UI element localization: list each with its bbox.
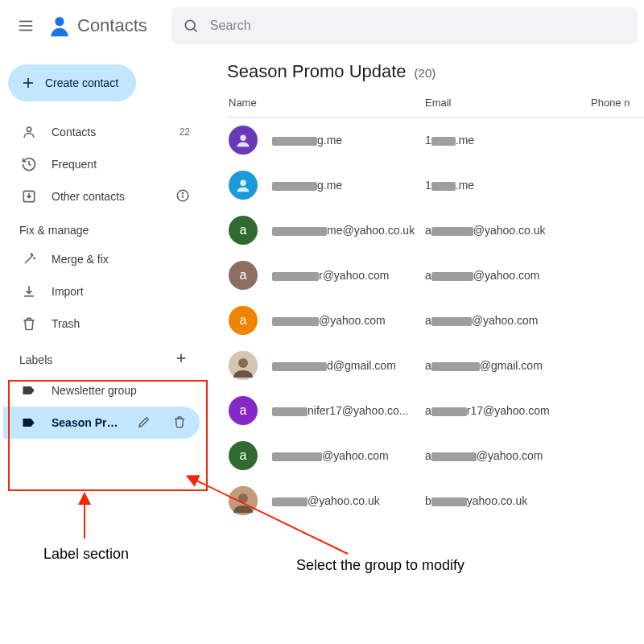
trash-icon — [21, 316, 37, 332]
cell-email: byahoo.co.uk — [425, 494, 591, 507]
app-title: Contacts — [77, 15, 147, 36]
create-contact-label: Create contact — [45, 76, 118, 89]
column-headers: Name Email Phone n — [227, 82, 644, 118]
labels-title: Labels — [19, 353, 52, 366]
svg-line-5 — [194, 29, 197, 32]
labels-header: Labels — [3, 340, 200, 374]
download-icon — [21, 283, 37, 299]
avatar: a — [229, 441, 258, 470]
add-label-button[interactable] — [174, 351, 188, 368]
cell-email: ar17@yahoo.com — [425, 404, 591, 417]
svg-line-14 — [25, 255, 33, 263]
nav-import-label: Import — [52, 285, 84, 298]
app-header: Contacts — [0, 0, 644, 52]
avatar: a — [229, 261, 258, 290]
cell-email: a@yahoo.co.uk — [425, 224, 591, 237]
svg-point-28 — [238, 493, 248, 503]
cell-email: a@yahoo.com — [425, 449, 591, 462]
label-text: Season Promo Update — [52, 416, 119, 429]
annotation-text-select: Select the group to modify — [296, 557, 464, 574]
nav-contacts-count: 22 — [180, 126, 190, 138]
trash-icon — [172, 415, 187, 429]
nav-trash-label: Trash — [52, 317, 80, 330]
cell-name: anifer17@yahoo.co... — [227, 396, 425, 425]
cell-name: g.me — [227, 126, 425, 155]
wand-icon — [21, 251, 37, 267]
cell-email: a@gmail.com — [425, 359, 591, 372]
archive-icon — [21, 188, 37, 204]
cell-name: @yahoo.co.uk — [227, 486, 425, 515]
cell-name: ame@yahoo.co.uk — [227, 216, 425, 245]
avatar: a — [229, 216, 258, 245]
avatar: a — [229, 396, 258, 425]
nav-merge-fix[interactable]: Merge & fix — [3, 243, 200, 275]
label-icon — [21, 382, 37, 398]
avatar: a — [229, 306, 258, 335]
search-input[interactable] — [210, 19, 626, 33]
nav-merge-label: Merge & fix — [52, 253, 109, 266]
table-row[interactable]: a@yahoo.coma@yahoo.com — [227, 433, 644, 478]
table-row[interactable]: a@yahoo.coma@yahoo.com — [227, 298, 644, 343]
table-row[interactable]: d@gmail.coma@gmail.com — [227, 343, 644, 388]
nav-contacts-label: Contacts — [52, 126, 96, 138]
sidebar: Create contact Contacts 22 Frequent Othe… — [0, 52, 206, 523]
annotation-text-labels: Label section — [43, 546, 129, 563]
avatar — [229, 351, 258, 380]
plus-icon — [21, 76, 35, 90]
nav-other-label: Other contacts — [52, 190, 125, 203]
nav-import[interactable]: Import — [3, 275, 200, 308]
cell-name: d@gmail.com — [227, 351, 425, 380]
info-icon[interactable] — [175, 188, 190, 205]
history-icon — [21, 156, 37, 172]
table-row[interactable]: anifer17@yahoo.co...ar17@yahoo.com — [227, 388, 644, 433]
nav-trash[interactable]: Trash — [3, 308, 200, 340]
nav-frequent-label: Frequent — [52, 158, 97, 171]
delete-label-button[interactable] — [169, 411, 190, 435]
cell-email: a@yahoo.com — [425, 269, 591, 282]
contacts-logo-icon — [47, 13, 72, 39]
hamburger-icon — [17, 17, 35, 35]
label-item-newsletter[interactable]: Newsletter group — [3, 374, 200, 407]
cell-email: 1.me — [425, 134, 591, 147]
table-row[interactable]: ame@yahoo.co.uka@yahoo.co.uk — [227, 208, 644, 253]
app-logo[interactable]: Contacts — [47, 13, 147, 39]
fix-manage-title: Fix & manage — [3, 213, 200, 243]
svg-point-8 — [27, 127, 31, 131]
svg-point-26 — [238, 358, 248, 368]
list-title: Season Promo Update — [227, 61, 407, 82]
nav-contacts[interactable]: Contacts 22 — [3, 116, 200, 148]
cell-name: a@yahoo.com — [227, 441, 425, 470]
table-row[interactable]: g.me1.me — [227, 163, 644, 208]
svg-point-13 — [182, 192, 183, 193]
avatar — [229, 171, 258, 200]
svg-point-3 — [55, 17, 64, 26]
col-phone: Phone n — [591, 97, 644, 109]
table-row[interactable]: g.me1.me — [227, 118, 644, 163]
create-contact-button[interactable]: Create contact — [8, 64, 136, 101]
list-heading: Season Promo Update (20) — [227, 61, 644, 82]
edit-label-button[interactable] — [134, 411, 155, 435]
cell-name: ar@yahoo.com — [227, 261, 425, 290]
cell-name: a@yahoo.com — [227, 306, 425, 335]
avatar — [229, 126, 258, 155]
pencil-icon — [137, 415, 151, 429]
col-email: Email — [425, 97, 591, 109]
nav-frequent[interactable]: Frequent — [3, 148, 200, 180]
label-text: Newsletter group — [52, 384, 190, 397]
table-row[interactable]: ar@yahoo.coma@yahoo.com — [227, 253, 644, 298]
cell-email: a@yahoo.com — [425, 314, 591, 327]
plus-icon — [174, 351, 188, 365]
label-icon — [21, 415, 37, 431]
nav-other-contacts[interactable]: Other contacts — [3, 180, 200, 213]
cell-email: 1.me — [425, 179, 591, 192]
cell-name: g.me — [227, 171, 425, 200]
label-item-season-promo[interactable]: Season Promo Update — [3, 407, 200, 439]
person-icon — [21, 124, 37, 140]
svg-point-4 — [185, 20, 195, 30]
search-bar[interactable] — [171, 7, 638, 44]
main-menu-button[interactable] — [6, 6, 45, 45]
svg-point-24 — [240, 180, 246, 186]
list-count: (20) — [415, 66, 436, 80]
table-row[interactable]: @yahoo.co.ukbyahoo.co.uk — [227, 478, 644, 523]
avatar — [229, 486, 258, 515]
